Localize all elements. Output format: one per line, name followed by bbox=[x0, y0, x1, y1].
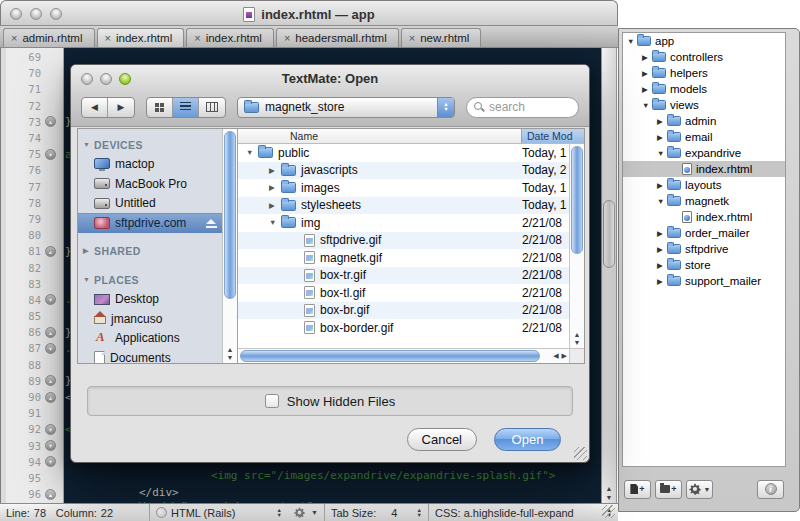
open-button[interactable]: Open bbox=[494, 428, 561, 451]
scrollbar-thumb[interactable] bbox=[571, 146, 583, 254]
disclosure-triangle-icon[interactable]: ▶ bbox=[657, 245, 667, 254]
date-column-header[interactable]: Date Mod bbox=[521, 129, 584, 143]
file-row[interactable]: box-tl.gif 2/21/08 bbox=[238, 284, 569, 302]
window-titlebar[interactable]: index.rhtml — app bbox=[0, 0, 618, 26]
fold-toggle-icon[interactable]: ▲ bbox=[45, 489, 56, 500]
fold-toggle-icon[interactable]: ▼ bbox=[45, 424, 56, 435]
disclosure-triangle-icon[interactable]: ▼ bbox=[657, 149, 667, 158]
disclosure-triangle-icon[interactable]: ▼ bbox=[83, 276, 94, 283]
file-row[interactable]: box-br.gif 2/21/08 bbox=[238, 302, 569, 320]
scrollbar-thumb[interactable] bbox=[603, 200, 615, 268]
editor-tab[interactable]: × admin.rhtml bbox=[3, 28, 95, 47]
close-tab-icon[interactable]: × bbox=[409, 33, 415, 44]
sidebar-item[interactable]: Documents bbox=[78, 348, 222, 363]
project-tree-row[interactable]: ▼ magnetk bbox=[623, 193, 785, 209]
fold-toggle-icon[interactable]: ▲ bbox=[45, 246, 56, 257]
disclosure-triangle-icon[interactable]: ▶ bbox=[269, 166, 279, 175]
editor-tab[interactable]: × headersmall.rhtml bbox=[276, 28, 399, 47]
project-tree-row[interactable]: ▶ models bbox=[623, 81, 785, 97]
scrollbar-arrows[interactable]: ▲▼ bbox=[223, 346, 237, 362]
sidebar-item[interactable]: sftpdrive.com bbox=[78, 213, 222, 233]
project-tree-row[interactable]: ▶ layouts bbox=[623, 177, 785, 193]
tab-size-popup[interactable]: Tab Size: 4 bbox=[325, 504, 429, 521]
column-view-button[interactable] bbox=[199, 98, 225, 117]
project-tree-row[interactable]: ▶ email bbox=[623, 129, 785, 145]
disclosure-triangle-icon[interactable]: ▶ bbox=[83, 247, 94, 255]
project-tree-row[interactable]: ▶ sftpdrive bbox=[623, 241, 785, 257]
info-button[interactable]: i bbox=[757, 480, 784, 499]
drawer-actions-button[interactable]: ▼ bbox=[686, 480, 713, 499]
scrollbar-thumb[interactable] bbox=[240, 350, 540, 362]
bundle-actions-button[interactable]: ▼ bbox=[288, 504, 325, 521]
sidebar-scrollbar[interactable]: ▲▼ bbox=[222, 129, 237, 363]
fold-toggle-icon[interactable]: ▼ bbox=[45, 343, 56, 354]
disclosure-triangle-icon[interactable]: ▶ bbox=[657, 277, 667, 286]
close-tab-icon[interactable]: × bbox=[11, 33, 17, 44]
new-folder-button[interactable]: + bbox=[655, 480, 682, 499]
back-button[interactable]: ◀ bbox=[82, 98, 108, 117]
disclosure-triangle-icon[interactable]: ▶ bbox=[642, 53, 652, 62]
editor-vertical-scrollbar[interactable]: ▲▼ bbox=[601, 48, 617, 504]
sidebar-item[interactable]: ▶ SHARED bbox=[78, 242, 222, 262]
file-row[interactable]: ▶ javascripts Today, 2 bbox=[238, 162, 569, 180]
show-hidden-checkbox[interactable] bbox=[265, 394, 279, 408]
cancel-button[interactable]: Cancel bbox=[407, 428, 477, 451]
dialog-titlebar[interactable]: TextMate: Open ◀ ▶ magnetk_store bbox=[71, 65, 589, 127]
file-row[interactable]: box-tr.gif 2/21/08 bbox=[238, 267, 569, 285]
new-file-button[interactable]: + bbox=[624, 480, 651, 499]
project-tree-row[interactable]: ▶ store bbox=[623, 257, 785, 273]
sidebar-item[interactable]: Desktop bbox=[78, 290, 222, 310]
fold-toggle-icon[interactable]: ▲ bbox=[45, 327, 56, 338]
disclosure-triangle-icon[interactable]: ▼ bbox=[246, 148, 256, 157]
scrollbar-thumb[interactable] bbox=[224, 131, 236, 299]
eject-icon[interactable] bbox=[206, 219, 217, 228]
file-row[interactable]: box-border.gif 2/21/08 bbox=[238, 319, 569, 337]
file-row[interactable]: ▶ stylesheets Today, 1 bbox=[238, 197, 569, 215]
language-popup[interactable]: HTML (Rails) bbox=[150, 504, 288, 521]
fold-toggle-icon[interactable]: ▼ bbox=[45, 440, 56, 451]
editor-tab[interactable]: × new.rhtml bbox=[401, 28, 482, 47]
disclosure-triangle-icon[interactable]: ▼ bbox=[657, 197, 667, 206]
close-tab-icon[interactable]: × bbox=[284, 33, 290, 44]
disclosure-triangle-icon[interactable]: ▼ bbox=[642, 101, 652, 110]
project-tree-row[interactable]: ▶ support_mailer bbox=[623, 273, 785, 289]
disclosure-triangle-icon[interactable]: ▶ bbox=[657, 229, 667, 238]
fold-toggle-icon[interactable]: ▲ bbox=[45, 375, 56, 386]
disclosure-triangle-icon[interactable]: ▶ bbox=[657, 261, 667, 270]
close-tab-icon[interactable]: × bbox=[105, 33, 111, 44]
file-row[interactable]: magnetk.gif 2/21/08 bbox=[238, 249, 569, 267]
scrollbar-arrows[interactable]: ◀▶ bbox=[553, 349, 567, 363]
disclosure-triangle-icon[interactable]: ▶ bbox=[642, 85, 652, 94]
disclosure-triangle-icon[interactable]: ▼ bbox=[627, 37, 637, 46]
project-tree-row[interactable]: index.rhtml bbox=[623, 209, 785, 225]
list-horizontal-scrollbar[interactable]: ◀▶ bbox=[238, 348, 569, 363]
file-row[interactable]: ▼ public Today, 1 bbox=[238, 144, 569, 162]
disclosure-triangle-icon[interactable]: ▶ bbox=[657, 181, 667, 190]
disclosure-triangle-icon[interactable]: ▶ bbox=[642, 69, 652, 78]
fold-toggle-icon[interactable]: ▼ bbox=[45, 456, 56, 467]
close-tab-icon[interactable]: × bbox=[194, 33, 200, 44]
folder-popup[interactable]: magnetk_store bbox=[237, 97, 455, 118]
scope-popup[interactable]: CSS: a.highslide-full-expand bbox=[429, 504, 618, 521]
file-row[interactable]: ▶ images Today, 1 bbox=[238, 179, 569, 197]
file-row[interactable]: sftpdrive.gif 2/21/08 bbox=[238, 232, 569, 250]
scrollbar-arrows[interactable]: ▲▼ bbox=[570, 331, 584, 347]
editor-tab[interactable]: × index.rhtml bbox=[186, 28, 274, 47]
disclosure-triangle-icon[interactable]: ▼ bbox=[83, 141, 94, 148]
project-tree-row[interactable]: index.rhtml bbox=[623, 161, 785, 177]
fold-toggle-icon[interactable]: ▼ bbox=[45, 294, 56, 305]
search-field[interactable] bbox=[466, 97, 579, 118]
disclosure-triangle-icon[interactable]: ▶ bbox=[657, 133, 667, 142]
project-tree-row[interactable]: ▶ helpers bbox=[623, 65, 785, 81]
project-tree-row[interactable]: ▼ views bbox=[623, 97, 785, 113]
list-view-button[interactable] bbox=[173, 98, 199, 117]
sidebar-item[interactable]: jmancuso bbox=[78, 309, 222, 329]
dialog-resize-grip[interactable] bbox=[574, 447, 587, 460]
sidebar-item[interactable]: Untitled bbox=[78, 194, 222, 214]
sidebar-item[interactable]: mactop bbox=[78, 155, 222, 175]
fold-toggle-icon[interactable]: ▲ bbox=[45, 116, 56, 127]
sidebar-item[interactable]: Applications bbox=[78, 329, 222, 349]
project-tree-row[interactable]: ▶ admin bbox=[623, 113, 785, 129]
project-tree-row[interactable]: ▶ controllers bbox=[623, 49, 785, 65]
sidebar-item[interactable]: ▼ PLACES bbox=[78, 270, 222, 290]
